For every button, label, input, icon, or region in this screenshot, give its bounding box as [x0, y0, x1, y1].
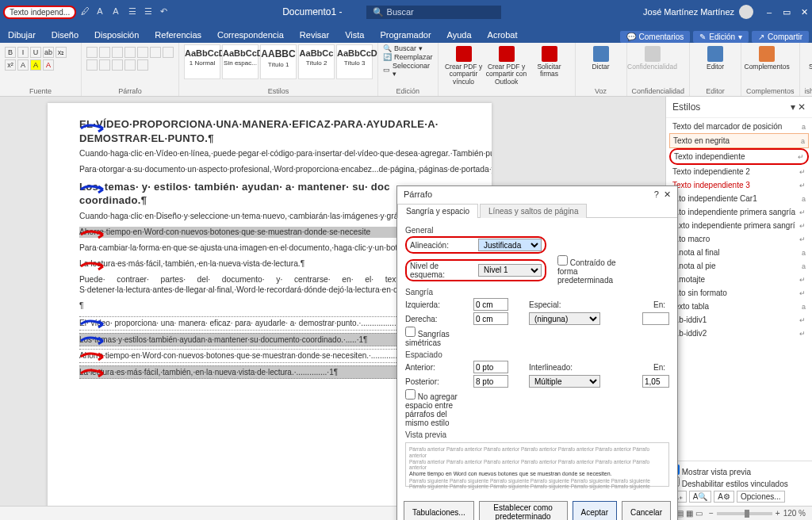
disable-linked-checkbox[interactable]: Deshabilitar estilos vinculados: [669, 476, 809, 488]
tab-sangria[interactable]: Sangría y espacio: [397, 204, 478, 218]
tab-diseno[interactable]: Diseño: [44, 27, 86, 43]
maximize-button[interactable]: ▭: [782, 7, 791, 17]
outline-level-select[interactable]: Nivel 1: [478, 264, 542, 277]
help-icon[interactable]: ?: [654, 189, 659, 199]
style-row[interactable]: texto tablaa: [669, 300, 809, 313]
show-preview-checkbox[interactable]: Mostrar vista previa: [669, 465, 809, 476]
dialog-title: Párrafo: [404, 189, 432, 200]
style-row[interactable]: Texto independiente 3↵: [669, 178, 809, 192]
group-font: BIUabx₂x²AAA Fuente: [0, 43, 82, 96]
ribbon: BIUabx₂x²AAA Fuente Párrafo AaBbCcD1 Nor…: [0, 43, 812, 97]
user-account[interactable]: José Martínez Martínez: [643, 5, 753, 19]
style-row[interactable]: ...to independiente Car1a: [669, 192, 809, 205]
tab-ayuda[interactable]: Ayuda: [439, 27, 480, 43]
group-editor: Editor Editor: [690, 43, 741, 96]
style-row[interactable]: Texto del marcador de posicióna: [669, 120, 809, 133]
writing-goal-button[interactable]: Set Writing Goal: [805, 44, 812, 78]
tab-dibujar[interactable]: Dibujar: [0, 27, 44, 43]
request-signatures[interactable]: Solicitar firmas: [529, 44, 570, 96]
tab-correspondencia[interactable]: Correspondencia: [209, 27, 292, 43]
style-row[interactable]: ...xto independiente primera sangrí↵: [669, 219, 809, 232]
style-row[interactable]: ...to sin formato↵: [669, 286, 809, 300]
annotation-arrow-icon: [79, 349, 106, 365]
zoom-level: 120 %: [783, 509, 806, 518]
create-pdf-outlook[interactable]: Crear PDF y compartir con Outlook: [486, 44, 527, 96]
tab-referencias[interactable]: Referencias: [147, 27, 209, 43]
indent-right-input[interactable]: [473, 312, 508, 325]
close-icon[interactable]: ▾ ✕: [791, 101, 806, 113]
quick-access-toolbar[interactable]: 🖊AA☰☰↶: [81, 6, 171, 17]
paragraph: Cuando·haga·clic·en·Vídeo·en·línea,·pued…: [79, 148, 471, 159]
line-spacing-select[interactable]: Múltiple: [529, 375, 600, 388]
style-titulo1[interactable]: AABBCTítulo 1: [260, 44, 297, 79]
group-acrobat: Crear PDF y compartir vínculo Crear PDF …: [439, 43, 576, 96]
view-buttons[interactable]: ▤ ▦ ▭: [676, 509, 703, 518]
close-icon[interactable]: ✕: [664, 189, 671, 199]
quick-style-selector[interactable]: Texto independ...: [3, 6, 76, 19]
ribbon-tabs: Dibujar Diseño Disposición Referencias C…: [0, 24, 812, 43]
cancel-button[interactable]: Cancelar: [622, 501, 671, 520]
tab-lineas[interactable]: Líneas y saltos de página: [480, 204, 587, 218]
indent-left-input[interactable]: [473, 298, 508, 311]
style-row[interactable]: Texto independiente↵: [669, 148, 809, 165]
sensitivity-button[interactable]: Confidencialidad: [632, 44, 673, 71]
tab-revisar[interactable]: Revisar: [292, 27, 337, 43]
mirror-indents-checkbox[interactable]: Sangrías simétricas: [405, 327, 469, 347]
editing-mode[interactable]: ✎ Edición ▾: [693, 31, 749, 43]
dictate-button[interactable]: Dictar: [580, 44, 622, 71]
tab-disposicion[interactable]: Disposición: [86, 27, 147, 43]
search-box[interactable]: 🔍 Buscar: [366, 6, 501, 19]
ok-button[interactable]: Aceptar: [573, 501, 617, 520]
manage-styles-button[interactable]: A⚙: [714, 491, 734, 503]
addins-button[interactable]: Complementos: [746, 44, 787, 71]
options-button[interactable]: Opciones...: [737, 491, 785, 503]
style-row[interactable]: ...b-iddiv1↵: [669, 313, 809, 327]
group-paragraph: Párrafo: [82, 43, 179, 96]
style-row[interactable]: Texto en negritaa: [669, 133, 809, 148]
preview-box: Párrafo anterior Párrafo anterior Párraf…: [405, 442, 669, 487]
select-button[interactable]: ▭ Seleccionar ▾: [383, 62, 433, 78]
collapsed-checkbox[interactable]: Contraído de forma predeterminada: [557, 255, 621, 285]
group-addins: Complementos Complementos: [741, 43, 800, 96]
style-row[interactable]: ...nota al finala: [669, 246, 809, 259]
style-row[interactable]: ...b-iddiv2↵: [669, 327, 809, 340]
title-bar: Texto independ... 🖊AA☰☰↶ Documento1 - 🔍 …: [0, 0, 812, 24]
paragraph-dialog: Párrafo ? ✕ Sangría y espacio Líneas y s…: [396, 185, 678, 520]
close-button[interactable]: ✕: [799, 7, 809, 17]
replace-button[interactable]: 🔄 Reemplazar: [383, 53, 433, 61]
style-titulo2[interactable]: AaBbCcTítulo 2: [298, 44, 335, 79]
style-titulo3[interactable]: AaBbCcDTítulo 3: [336, 44, 373, 79]
line-spacing-at-input[interactable]: [642, 375, 669, 388]
no-space-same-style-checkbox[interactable]: No agregar espacio entre párrafos del mi…: [405, 389, 469, 427]
share-button[interactable]: ↗ Compartir: [752, 31, 809, 43]
space-after-input[interactable]: [473, 375, 508, 388]
comments-button[interactable]: 💬 Comentarios: [620, 31, 691, 43]
minimize-button[interactable]: –: [764, 7, 774, 17]
editor-button[interactable]: Editor: [695, 44, 736, 71]
special-by-input[interactable]: [642, 312, 669, 325]
tab-programador[interactable]: Programador: [372, 27, 439, 43]
style-inspector-button[interactable]: A🔍: [689, 491, 712, 503]
style-row[interactable]: ...to independiente primera sangría↵: [669, 205, 809, 219]
tabs-button[interactable]: Tabulaciones...: [404, 501, 474, 520]
style-row[interactable]: ...nota al piea: [669, 259, 809, 273]
set-default-button[interactable]: Establecer como predeterminado: [479, 501, 568, 520]
style-sin-espaciado[interactable]: AaBbCcDSin espac...: [222, 44, 259, 79]
tab-vista[interactable]: Vista: [337, 27, 372, 43]
avatar: [739, 5, 753, 19]
space-before-input[interactable]: [473, 361, 508, 373]
zoom-control[interactable]: −+ 120 %: [709, 509, 806, 518]
create-pdf-link[interactable]: Crear PDF y compartir vínculo: [443, 44, 485, 96]
style-row[interactable]: ...motajte↵: [669, 273, 809, 286]
alignment-select[interactable]: Justificada: [478, 239, 542, 251]
annotation-arrow-icon: [79, 316, 106, 332]
special-indent-select[interactable]: (ninguna): [529, 312, 600, 325]
search-icon: 🔍: [373, 7, 384, 17]
style-normal[interactable]: AaBbCcD1 Normal: [184, 44, 220, 79]
style-row[interactable]: Texto independiente 2↵: [669, 165, 809, 178]
find-button[interactable]: 🔍 Buscar ▾: [383, 44, 433, 52]
group-editing: 🔍 Buscar ▾ 🔄 Reemplazar ▭ Seleccionar ▾ …: [378, 43, 439, 96]
tab-acrobat[interactable]: Acrobat: [480, 27, 526, 43]
group-styles: AaBbCcD1 Normal AaBbCcDSin espac... AABB…: [179, 43, 378, 96]
style-row[interactable]: ...to macro↵: [669, 232, 809, 246]
